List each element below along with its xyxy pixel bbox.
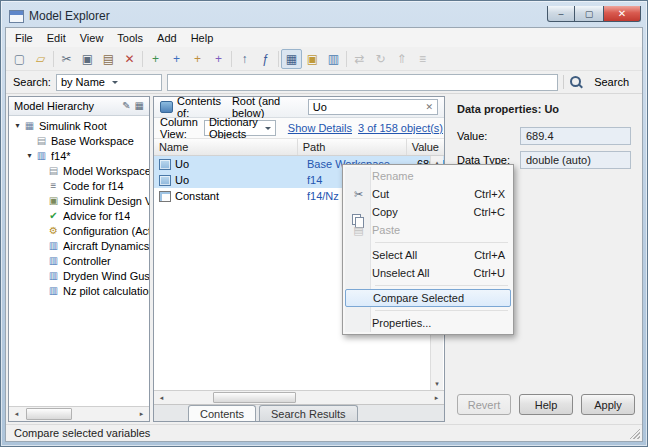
- tree-item-nz-pilot-calculation[interactable]: ▥Nz pilot calculation: [9, 283, 149, 298]
- hierarchy-hscrollbar[interactable]: [9, 406, 149, 421]
- add-parameter-icon[interactable]: +: [166, 49, 187, 69]
- help-button[interactable]: Help: [519, 394, 573, 415]
- open-model-icon[interactable]: ▱: [30, 49, 51, 69]
- search-mode-dropdown[interactable]: by Name: [56, 74, 162, 91]
- menu-separator: [375, 242, 508, 243]
- resize-grip[interactable]: [628, 427, 640, 439]
- tab-contents[interactable]: Contents: [188, 405, 256, 421]
- context-menu-item-cut[interactable]: ✂CutCtrl+X: [345, 185, 511, 203]
- tree-item-advice-for-f14[interactable]: ✔Advice for f14: [9, 208, 149, 223]
- context-menu-item-unselect-all[interactable]: Unselect AllCtrl+U: [345, 264, 511, 282]
- tree-item-dryden-wind-gust-mode[interactable]: ▥Dryden Wind Gust Mode: [9, 268, 149, 283]
- new-model-icon[interactable]: ▢: [9, 49, 30, 69]
- main-toolbar: ▢▱✂▣▤✕++++↑ƒ▦▣▥⇄↻⇑≡: [6, 47, 642, 71]
- tree-item-model-workspace[interactable]: ▤Model Workspace*: [9, 163, 149, 178]
- tab-search-results[interactable]: Search Results: [259, 405, 358, 421]
- add-state-icon[interactable]: +: [208, 49, 229, 69]
- tree-item-f14[interactable]: ▾▥f14*: [9, 148, 149, 163]
- context-menu-item-select-all[interactable]: Select AllCtrl+A: [345, 246, 511, 264]
- toolbar-glyph: ▢: [14, 53, 25, 65]
- paste-icon: ▤: [345, 224, 372, 237]
- minimize-button[interactable]: –: [547, 6, 575, 22]
- context-menu-item-compare-selected[interactable]: Compare Selected: [345, 289, 511, 307]
- model-explorer-window: Model Explorer – ▢ ✕ FileEditViewToolsAd…: [0, 0, 648, 447]
- toolbar-glyph: ▥: [328, 53, 339, 65]
- menu-item-label: Cut: [372, 188, 389, 200]
- grid-icon[interactable]: ▦: [135, 101, 144, 111]
- tree-item-simulink-design-verifier-r[interactable]: ▣Simulink Design Verifier r: [9, 193, 149, 208]
- scroll-left-icon[interactable]: [154, 391, 169, 404]
- toolbar-glyph: ≡: [419, 53, 426, 65]
- delete-icon[interactable]: ✕: [119, 49, 140, 69]
- copy-icon[interactable]: ▣: [77, 49, 98, 69]
- scroll-thumb[interactable]: [213, 392, 296, 403]
- search-icon[interactable]: [569, 75, 583, 89]
- toolbar-glyph: ✕: [124, 53, 134, 65]
- scroll-left-icon[interactable]: [9, 407, 24, 421]
- menu-help[interactable]: Help: [184, 30, 221, 46]
- tree-item-controller[interactable]: ▥Controller: [9, 253, 149, 268]
- context-menu-item-copy[interactable]: CopyCtrl+C: [345, 203, 511, 221]
- column-header-value[interactable]: Value: [407, 139, 444, 155]
- menu-add[interactable]: Add: [150, 30, 184, 46]
- scroll-down-icon[interactable]: [431, 377, 443, 390]
- show-details-link[interactable]: Show Details: [288, 122, 352, 134]
- table-header: NamePathValue: [154, 139, 444, 156]
- verifier-icon: ▣: [47, 196, 60, 206]
- toolbar-glyph: ⇑: [396, 53, 406, 65]
- cut-icon[interactable]: ✂: [56, 49, 77, 69]
- object-count-link[interactable]: 3 of 158 object(s): [358, 122, 443, 134]
- title-bar[interactable]: Model Explorer – ▢ ✕: [1, 1, 647, 27]
- property-field-value[interactable]: 689.4: [520, 127, 631, 145]
- context-menu-item-properties[interactable]: Properties...: [345, 314, 511, 332]
- menu-separator: [375, 310, 508, 311]
- add-data-icon[interactable]: +: [145, 49, 166, 69]
- scroll-track[interactable]: [24, 407, 134, 421]
- maximize-button[interactable]: ▢: [575, 6, 603, 22]
- tree-item-simulink-root[interactable]: ▾▦Simulink Root: [9, 118, 149, 133]
- scroll-right-icon[interactable]: [134, 407, 149, 421]
- add-signal-icon[interactable]: +: [187, 49, 208, 69]
- menu-file[interactable]: File: [8, 30, 40, 46]
- menu-item-label: Rename: [372, 170, 414, 182]
- app-icon: [9, 10, 24, 23]
- code-icon: ≡: [47, 181, 60, 191]
- show-dialog-pane-icon[interactable]: ▦: [281, 49, 302, 69]
- add-function-icon[interactable]: ƒ: [255, 49, 276, 69]
- open-system-icon[interactable]: ▥: [323, 49, 344, 69]
- move-up-icon[interactable]: ↑: [234, 49, 255, 69]
- column-header-name[interactable]: Name: [154, 139, 298, 155]
- contents-hscrollbar[interactable]: [154, 390, 444, 404]
- clear-filter-icon[interactable]: ✕: [425, 102, 433, 112]
- expander-icon[interactable]: ▾: [24, 152, 35, 160]
- contents-filter-box[interactable]: Uo ✕: [308, 99, 438, 115]
- window-title: Model Explorer: [29, 9, 110, 23]
- scroll-right-icon[interactable]: [429, 391, 444, 404]
- data-object-icon: [159, 159, 171, 170]
- menu-tools[interactable]: Tools: [110, 30, 150, 46]
- menu-view[interactable]: View: [73, 30, 111, 46]
- property-field-data-type[interactable]: double (auto): [520, 151, 631, 169]
- tree-item-aircraft-dynamics-model[interactable]: ▥Aircraft Dynamics Model: [9, 238, 149, 253]
- tree-item-base-workspace[interactable]: ▤Base Workspace: [9, 133, 149, 148]
- close-button[interactable]: ✕: [603, 6, 641, 22]
- scroll-track[interactable]: [169, 391, 429, 404]
- scroll-thumb[interactable]: [26, 408, 72, 420]
- expander-icon[interactable]: ▾: [12, 122, 23, 130]
- tree-item-code-for-f14[interactable]: ≡Code for f14: [9, 178, 149, 193]
- search-input[interactable]: [167, 74, 558, 91]
- apply-button[interactable]: Apply: [581, 394, 635, 415]
- properties-buttons: RevertHelpApply: [457, 394, 635, 415]
- refresh-icon: ↻: [370, 49, 391, 69]
- column-header-path[interactable]: Path: [298, 139, 407, 155]
- toolbar-glyph: +: [215, 53, 222, 65]
- paste-icon[interactable]: ▤: [98, 49, 119, 69]
- edit-icon[interactable]: ✎: [122, 101, 130, 111]
- menu-edit[interactable]: Edit: [40, 30, 73, 46]
- tree-item-configuration-active[interactable]: ⚙Configuration (Active): [9, 223, 149, 238]
- search-button[interactable]: Search: [588, 75, 635, 89]
- client-area: FileEditViewToolsAddHelp ▢▱✂▣▤✕++++↑ƒ▦▣▥…: [5, 27, 643, 442]
- highlight-block-icon[interactable]: ▣: [302, 49, 323, 69]
- column-view-dropdown[interactable]: Dictionary Objects: [204, 120, 276, 136]
- property-label: Value:: [457, 130, 513, 142]
